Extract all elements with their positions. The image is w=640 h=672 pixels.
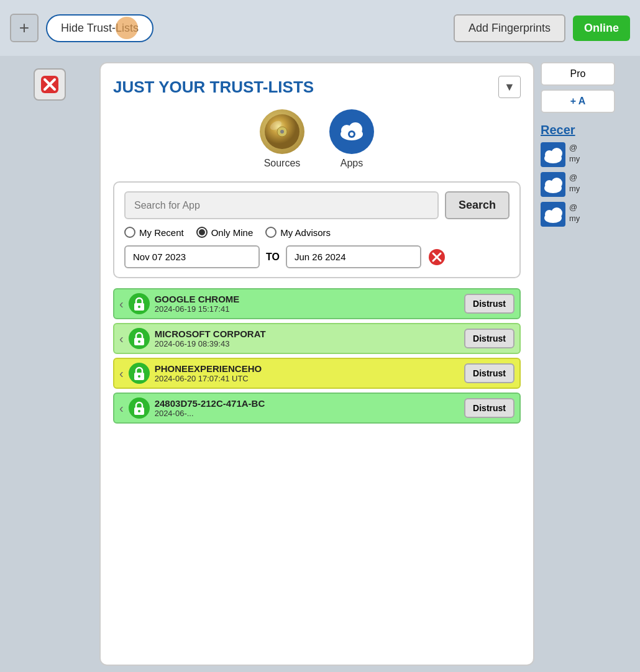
distrust-button-0[interactable]: Distrust xyxy=(464,294,514,314)
chevron-left-icon[interactable]: ‹ xyxy=(119,297,124,311)
radio-row: My Recent Only Mine My Advisors xyxy=(124,227,510,238)
recents-section: Recer @my xyxy=(541,123,615,232)
hide-trust-lists-button[interactable]: Hide Trust-Lists xyxy=(46,14,153,42)
radio-only-mine-label: Only Mine xyxy=(211,227,254,238)
svg-point-23 xyxy=(138,410,140,412)
date-to-label: TO xyxy=(266,252,280,263)
cloud-icon-0 xyxy=(542,146,564,163)
lock-svg xyxy=(133,401,145,415)
chevron-left-icon[interactable]: ‹ xyxy=(119,401,124,415)
apps-icon-item[interactable]: Apps xyxy=(329,109,374,169)
radio-my-recent-label: My Recent xyxy=(139,227,184,238)
x-icon xyxy=(39,73,61,96)
cloud-icon-1 xyxy=(542,176,564,193)
recent-text-2: @my xyxy=(569,202,580,224)
lock-svg xyxy=(133,332,145,345)
trust-item: ‹ PHONEEXPERIENCEHO 2024-06-20 17:07:41 … xyxy=(113,358,521,389)
chevron-left-icon[interactable]: ‹ xyxy=(119,366,124,381)
recent-avatar-2 xyxy=(541,202,565,227)
add-a-button[interactable]: + A xyxy=(541,89,615,113)
sources-icon-item[interactable]: Sources xyxy=(260,109,304,169)
radio-my-recent-circle xyxy=(124,227,135,238)
online-button[interactable]: Online xyxy=(573,16,630,41)
panel-title: JUST YOUR TRUST-LISTS xyxy=(113,78,314,97)
trust-name-1: MICROSOFT CORPORAT xyxy=(155,329,459,339)
radio-my-advisors[interactable]: My Advisors xyxy=(265,227,331,238)
icons-row: Sources Apps xyxy=(113,109,521,169)
date-to-input[interactable] xyxy=(286,245,421,268)
lock-icon-3 xyxy=(129,397,150,419)
trust-date-1: 2024-06-19 08:39:43 xyxy=(155,339,459,348)
recent-item-2[interactable]: @my xyxy=(541,202,615,227)
add-fingerprints-button[interactable]: Add Fingerprints xyxy=(454,14,565,42)
sources-label: Sources xyxy=(264,158,301,169)
lock-icon-0 xyxy=(129,293,150,314)
trust-date-2: 2024-06-20 17:07:41 UTC xyxy=(155,374,459,383)
left-sidebar xyxy=(6,62,93,666)
cloud-icon-2 xyxy=(542,206,564,223)
trust-date-0: 2024-06-19 15:17:41 xyxy=(155,304,459,314)
collapse-button[interactable]: ▼ xyxy=(498,76,521,98)
trust-name-0: GOOGLE CHROME xyxy=(155,294,459,304)
date-row: TO xyxy=(124,245,510,268)
trust-info-3: 24803D75-212C-471A-BC 2024-06-... xyxy=(155,398,459,418)
recent-item-1[interactable]: @my xyxy=(541,172,615,197)
radio-only-mine[interactable]: Only Mine xyxy=(196,227,254,238)
recent-avatar-1 xyxy=(541,172,565,197)
trust-item: ‹ GOOGLE CHROME 2024-06-19 15:17:41 Dist… xyxy=(113,288,521,319)
radio-my-advisors-label: My Advisors xyxy=(280,227,331,238)
apps-cloud-icon xyxy=(333,113,370,150)
trust-lists-panel: JUST YOUR TRUST-LISTS ▼ xyxy=(99,62,534,666)
radio-my-recent[interactable]: My Recent xyxy=(124,227,184,238)
distrust-button-2[interactable]: Distrust xyxy=(464,363,514,383)
svg-point-32 xyxy=(551,207,562,219)
lock-svg xyxy=(133,297,145,311)
trust-info-2: PHONEEXPERIENCEHO 2024-06-20 17:07:41 UT… xyxy=(155,363,459,383)
recents-title: Recer xyxy=(541,123,615,137)
trust-info-0: GOOGLE CHROME 2024-06-19 15:17:41 xyxy=(155,294,459,314)
trust-date-3: 2024-06-... xyxy=(155,409,459,418)
sources-disc-icon xyxy=(263,113,301,150)
right-panel: Pro + A Recer @my xyxy=(541,62,615,666)
trust-list: ‹ GOOGLE CHROME 2024-06-19 15:17:41 Dist… xyxy=(113,288,521,424)
clear-date-icon xyxy=(428,248,446,266)
pro-button[interactable]: Pro xyxy=(541,62,615,86)
apps-icon xyxy=(329,109,374,154)
svg-point-21 xyxy=(138,375,140,378)
plus-icon: + xyxy=(19,18,29,38)
svg-point-12 xyxy=(350,132,354,136)
radio-my-advisors-circle xyxy=(265,227,277,238)
trust-name-3: 24803D75-212C-471A-BC xyxy=(155,398,459,409)
distrust-button-3[interactable]: Distrust xyxy=(464,398,514,418)
svg-point-29 xyxy=(551,178,562,189)
lock-icon-1 xyxy=(129,328,150,349)
chevron-left-icon[interactable]: ‹ xyxy=(119,332,124,346)
hide-trust-label: Hide Trust-Lists xyxy=(61,22,139,34)
add-button[interactable]: + xyxy=(10,14,39,42)
lock-icon-2 xyxy=(129,363,150,384)
search-row: Search xyxy=(124,191,510,219)
date-clear-button[interactable] xyxy=(427,248,446,266)
radio-only-mine-circle xyxy=(196,227,208,238)
trust-name-2: PHONEEXPERIENCEHO xyxy=(155,363,459,374)
right-top-buttons: Pro + A xyxy=(541,62,615,113)
recent-text-1: @my xyxy=(569,172,580,194)
recent-item-0[interactable]: @my xyxy=(541,142,615,167)
svg-point-19 xyxy=(138,340,140,343)
main-content: JUST YOUR TRUST-LISTS ▼ xyxy=(0,56,640,672)
panel-header: JUST YOUR TRUST-LISTS ▼ xyxy=(113,76,521,98)
distrust-button-1[interactable]: Distrust xyxy=(464,329,514,348)
search-area: Search My Recent Only Mine My Advisors xyxy=(113,181,521,278)
date-from-input[interactable] xyxy=(124,245,260,268)
apps-label: Apps xyxy=(341,158,363,169)
search-input[interactable] xyxy=(124,191,439,219)
close-panel-button[interactable] xyxy=(34,68,66,101)
svg-point-17 xyxy=(138,306,140,308)
trust-item: ‹ 24803D75-212C-471A-BC 2024-06-... Dist… xyxy=(113,393,521,424)
search-button[interactable]: Search xyxy=(445,191,510,219)
svg-point-26 xyxy=(551,148,562,159)
sources-icon xyxy=(260,109,304,154)
svg-point-5 xyxy=(280,130,284,134)
lock-svg xyxy=(133,366,145,380)
recent-text-0: @my xyxy=(569,142,580,165)
